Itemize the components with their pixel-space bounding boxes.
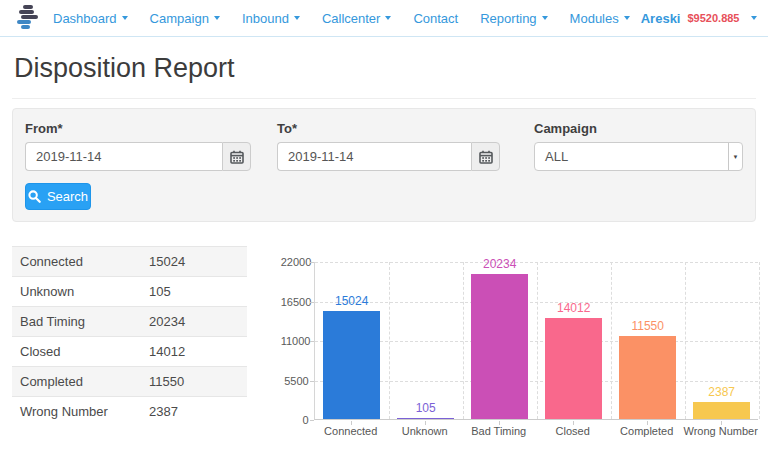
nav-item-reporting: Reporting xyxy=(469,2,558,35)
nav-link-dashboard[interactable]: Dashboard xyxy=(42,2,139,35)
disposition-summary-table: Connected15024Unknown105Bad Timing20234C… xyxy=(12,246,247,426)
user-menu[interactable]: Areski $9520.885 xyxy=(641,11,758,26)
disposition-count: 20234 xyxy=(141,307,247,337)
bar-value-label: 20234 xyxy=(463,257,537,271)
campaign-select[interactable]: ALL ▼ xyxy=(534,142,743,171)
search-icon xyxy=(28,190,41,203)
bar-unknown xyxy=(397,418,454,419)
y-axis-tick-label: 16500 xyxy=(281,296,309,308)
y-axis-tick-mark xyxy=(310,262,314,263)
y-axis-tick-mark xyxy=(310,381,314,382)
disposition-label: Connected xyxy=(12,247,141,277)
nav-item-inbound: Inbound xyxy=(231,2,311,35)
nav-link-inbound[interactable]: Inbound xyxy=(231,2,311,35)
table-row: Connected15024 xyxy=(12,247,247,277)
table-row: Closed14012 xyxy=(12,337,247,367)
bar-connected xyxy=(323,311,380,419)
disposition-count: 11550 xyxy=(141,367,247,397)
gridline xyxy=(759,262,760,419)
to-date-input[interactable] xyxy=(277,142,471,171)
bar-completed xyxy=(619,336,676,419)
bar-bad-timing xyxy=(471,274,528,419)
disposition-label: Unknown xyxy=(12,277,141,307)
table-row: Unknown105 xyxy=(12,277,247,307)
nav-item-campaign: Campaign xyxy=(139,2,231,35)
table-row: Completed11550 xyxy=(12,367,247,397)
disposition-label: Bad Timing xyxy=(12,307,141,337)
user-name: Areski xyxy=(641,11,681,26)
nav-link-callcenter[interactable]: Callcenter xyxy=(311,2,403,35)
to-label: To* xyxy=(277,121,500,136)
campaign-label: Campaign xyxy=(534,121,743,136)
main-nav: DashboardCampaignInboundCallcenterContac… xyxy=(42,2,641,35)
nav-link-campaign[interactable]: Campaign xyxy=(139,2,231,35)
y-axis-tick-mark xyxy=(310,420,314,421)
chevron-down-icon: ▼ xyxy=(728,143,742,170)
user-balance: $9520.885 xyxy=(687,12,739,24)
from-label: From* xyxy=(25,121,251,136)
table-row: Bad Timing20234 xyxy=(12,307,247,337)
disposition-count: 14012 xyxy=(141,337,247,367)
filter-panel: From* xyxy=(12,108,756,222)
bar-value-label: 105 xyxy=(389,401,463,415)
gridline xyxy=(537,262,538,419)
search-button-label: Search xyxy=(47,189,88,204)
chevron-down-icon xyxy=(751,16,757,20)
nav-item-dashboard: Dashboard xyxy=(42,2,139,35)
x-axis-tick-mark xyxy=(721,421,722,425)
bar-value-label: 15024 xyxy=(315,294,389,308)
gridline xyxy=(611,262,612,419)
chevron-down-icon xyxy=(122,16,128,20)
chevron-down-icon xyxy=(294,16,300,20)
y-axis-tick-mark xyxy=(310,302,314,303)
chart-plot-area: 150241052023414012115502387 xyxy=(314,262,758,420)
x-axis-tick-mark xyxy=(351,421,352,425)
chevron-down-icon xyxy=(214,16,220,20)
search-button[interactable]: Search xyxy=(25,183,91,210)
gridline xyxy=(463,262,464,419)
disposition-count: 15024 xyxy=(141,247,247,277)
y-axis-tick-label: 5500 xyxy=(281,375,309,387)
chevron-down-icon xyxy=(542,16,548,20)
disposition-count: 105 xyxy=(141,277,247,307)
page-title: Disposition Report xyxy=(14,53,756,84)
nav-link-contact[interactable]: Contact xyxy=(402,2,469,35)
campaign-selected-value: ALL xyxy=(535,149,728,164)
x-axis-tick-label: Wrong Number xyxy=(674,425,768,437)
disposition-count: 2387 xyxy=(141,397,247,427)
y-axis-tick-mark xyxy=(310,341,314,342)
nav-link-reporting[interactable]: Reporting xyxy=(469,2,558,35)
y-axis-tick-label: 11000 xyxy=(281,335,309,347)
nav-item-contact: Contact xyxy=(402,2,469,35)
x-axis-tick-mark xyxy=(425,421,426,425)
x-axis-tick-mark xyxy=(573,421,574,425)
nav-item-callcenter: Callcenter xyxy=(311,2,403,35)
bar-value-label: 14012 xyxy=(537,301,611,315)
divider xyxy=(12,98,756,99)
x-axis-tick-mark xyxy=(647,421,648,425)
nav-link-modules[interactable]: Modules xyxy=(559,2,641,35)
gridline xyxy=(389,262,390,419)
disposition-label: Closed xyxy=(12,337,141,367)
navbar: DashboardCampaignInboundCallcenterContac… xyxy=(0,0,768,37)
disposition-label: Wrong Number xyxy=(12,397,141,427)
to-calendar-icon[interactable] xyxy=(471,142,500,171)
bar-wrong-number xyxy=(693,402,750,419)
from-date-input[interactable] xyxy=(25,142,222,171)
chevron-down-icon xyxy=(385,16,391,20)
nav-item-modules: Modules xyxy=(559,2,641,35)
table-row: Wrong Number2387 xyxy=(12,397,247,427)
from-calendar-icon[interactable] xyxy=(222,142,251,171)
bar-value-label: 2387 xyxy=(685,385,759,399)
disposition-bar-chart: 1502410520234140121155023870550011000165… xyxy=(281,249,756,441)
y-axis-tick-label: 22000 xyxy=(281,256,309,268)
bar-closed xyxy=(545,318,602,419)
x-axis-tick-mark xyxy=(499,421,500,425)
bar-value-label: 11550 xyxy=(611,319,685,333)
chevron-down-icon xyxy=(624,16,630,20)
disposition-label: Completed xyxy=(12,367,141,397)
